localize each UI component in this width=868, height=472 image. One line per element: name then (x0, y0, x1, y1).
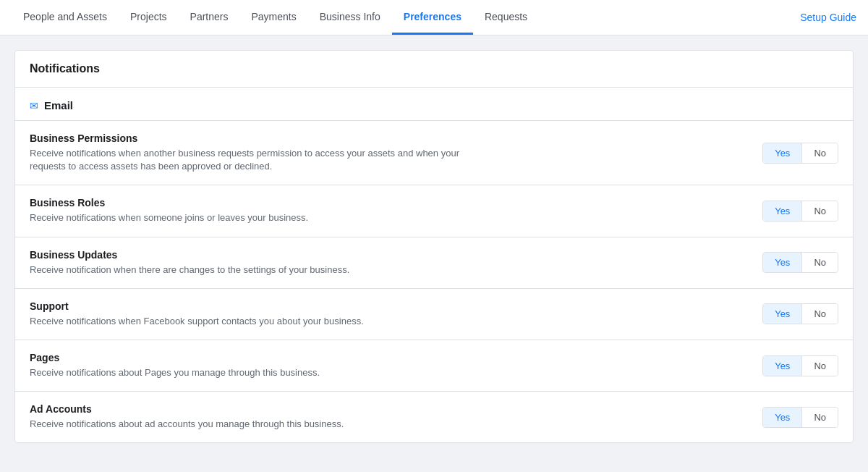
tab-projects[interactable]: Projects (119, 0, 179, 35)
notification-row-business-updates: Business Updates Receive notification wh… (15, 237, 853, 288)
notification-desc-ad-accounts: Receive notifications about ad accounts … (30, 418, 478, 431)
main-content: Notifications ✉ Email Business Permissio… (0, 35, 868, 469)
notification-row-ad-accounts: Ad Accounts Receive notifications about … (15, 391, 853, 442)
tab-payments[interactable]: Payments (239, 0, 307, 35)
notification-row-business-permissions: Business Permissions Receive notificatio… (15, 120, 853, 185)
yes-button-support[interactable]: Yes (763, 304, 802, 324)
notification-title-business-permissions: Business Permissions (30, 132, 748, 144)
email-label: Email (44, 99, 73, 111)
notification-info-business-roles: Business Roles Receive notifications whe… (30, 197, 748, 224)
toggle-group-business-roles: Yes No (762, 201, 838, 222)
no-button-ad-accounts[interactable]: No (802, 408, 838, 427)
top-nav: People and Assets Projects Partners Paym… (0, 0, 868, 35)
yes-button-business-updates[interactable]: Yes (763, 253, 802, 272)
toggle-group-business-permissions: Yes No (762, 143, 838, 164)
tab-requests[interactable]: Requests (473, 0, 539, 35)
no-button-pages[interactable]: No (802, 356, 838, 376)
notification-row-pages: Pages Receive notifications about Pages … (15, 340, 853, 391)
notification-title-ad-accounts: Ad Accounts (30, 403, 748, 415)
tab-people-and-assets[interactable]: People and Assets (12, 0, 119, 35)
no-button-business-permissions[interactable]: No (802, 143, 838, 163)
no-button-support[interactable]: No (802, 304, 838, 324)
notification-row-business-roles: Business Roles Receive notifications whe… (15, 185, 853, 236)
card-header: Notifications (15, 51, 853, 88)
toggle-group-pages: Yes No (762, 355, 838, 376)
notification-desc-business-permissions: Receive notifications when another busin… (30, 147, 478, 173)
notification-desc-support: Receive notifications when Facebook supp… (30, 315, 478, 328)
notifications-card: Notifications ✉ Email Business Permissio… (14, 50, 854, 443)
yes-button-pages[interactable]: Yes (763, 356, 802, 376)
no-button-business-roles[interactable]: No (802, 201, 838, 221)
tab-partners[interactable]: Partners (179, 0, 240, 35)
notification-desc-business-roles: Receive notifications when someone joins… (30, 211, 478, 224)
notification-info-business-updates: Business Updates Receive notification wh… (30, 249, 748, 277)
toggle-group-business-updates: Yes No (762, 252, 838, 273)
card-title: Notifications (30, 62, 100, 75)
toggle-group-support: Yes No (762, 303, 838, 324)
notification-desc-business-updates: Receive notification when there are chan… (30, 264, 478, 277)
notification-desc-pages: Receive notifications about Pages you ma… (30, 366, 478, 379)
tab-preferences[interactable]: Preferences (392, 0, 473, 35)
notification-row-support: Support Receive notifications when Faceb… (15, 288, 853, 340)
email-section-header: ✉ Email (15, 88, 853, 120)
notification-title-business-roles: Business Roles (30, 197, 748, 208)
no-button-business-updates[interactable]: No (802, 253, 838, 272)
notification-title-business-updates: Business Updates (30, 249, 748, 261)
yes-button-ad-accounts[interactable]: Yes (763, 408, 802, 427)
notification-info-support: Support Receive notifications when Faceb… (30, 300, 748, 328)
notification-info-business-permissions: Business Permissions Receive notificatio… (30, 132, 748, 173)
toggle-group-ad-accounts: Yes No (762, 407, 838, 428)
yes-button-business-permissions[interactable]: Yes (763, 143, 802, 163)
setup-guide-link[interactable]: Setup Guide (800, 0, 856, 35)
tab-business-info[interactable]: Business Info (308, 0, 392, 35)
yes-button-business-roles[interactable]: Yes (763, 201, 802, 221)
email-icon: ✉ (30, 100, 38, 111)
notification-info-ad-accounts: Ad Accounts Receive notifications about … (30, 403, 748, 431)
card-body: ✉ Email Business Permissions Receive not… (15, 88, 853, 442)
notification-title-support: Support (30, 300, 748, 312)
notification-info-pages: Pages Receive notifications about Pages … (30, 352, 748, 379)
notification-title-pages: Pages (30, 352, 748, 363)
